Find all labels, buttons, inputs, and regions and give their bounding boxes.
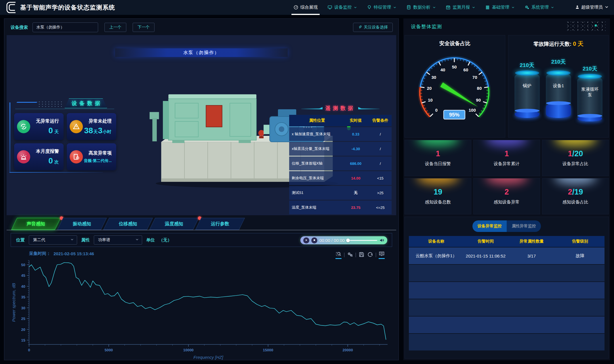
device-panel: 设备搜索 上一个 下一个 关注设备选择 水泵（勿操作）: [4, 18, 399, 360]
zoom-select-icon[interactable]: [335, 251, 342, 259]
svg-text:45: 45: [21, 273, 25, 278]
zoom-reset-icon[interactable]: [347, 251, 353, 259]
cylinder-days-value: 210天: [512, 62, 542, 69]
sensor-tab-label: 运行参数: [211, 221, 229, 227]
nav-item-3[interactable]: 特征管理: [362, 0, 401, 15]
stat-value: 19: [434, 188, 442, 197]
stop-button[interactable]: [311, 237, 317, 243]
sensor-tab-label: 位移感知: [119, 221, 137, 227]
svg-text:20: 20: [427, 86, 432, 91]
audio-player: 00:00 / 00:00: [300, 236, 387, 244]
device-stat-value: 0 次: [30, 156, 59, 165]
device-data-title: 设备数据: [65, 98, 107, 108]
alarm-header-cell: 告警时间: [464, 239, 508, 244]
telemetry-row: 温度_泵体末端23.75<=25: [289, 201, 392, 214]
unit-label: 单位: [146, 237, 155, 243]
device-search-input[interactable]: [33, 22, 98, 32]
cylinder-tube: 锅炉: [514, 73, 540, 118]
attribute-select[interactable]: 功率谱: [94, 235, 142, 245]
nav-item-1[interactable]: 综合展现: [289, 0, 323, 15]
position-select[interactable]: 第二代: [29, 235, 77, 245]
nav-item-7[interactable]: 系统管理: [520, 0, 559, 15]
restore-icon[interactable]: [367, 251, 373, 259]
previous-device-label: 上一个: [109, 25, 121, 30]
device-title-banner: 水泵（勿操作）: [115, 48, 288, 57]
device-cylinder-3: 210天浆液循环泵: [575, 52, 605, 121]
nav-item-label: 基础管理: [492, 5, 509, 10]
sensor-tab-4[interactable]: 温度感知: [149, 218, 199, 230]
chevron-down-icon: [393, 6, 396, 9]
sensor-tab-5[interactable]: 运行参数: [195, 218, 245, 230]
sensor-tab-label: 振动感知: [73, 221, 91, 227]
alarm-monitor-tab-2[interactable]: 属性异常监控: [507, 220, 541, 232]
device-stat-card: 无异常运行0 天: [14, 113, 64, 140]
stat-value-part: /19: [572, 188, 583, 196]
sensor-controls: 位置 第二代 属性 功率谱 单位 （无） 00:00: [11, 233, 392, 247]
nav-item-2[interactable]: 设备监控: [323, 0, 362, 15]
nav-item-4[interactable]: 数据分析: [401, 0, 441, 15]
telemetry-row: 位移_泵体首端X轴686.00/: [289, 157, 392, 170]
spectrum-chart[interactable]: 152025303540455005000100001500020000Powe…: [11, 256, 392, 362]
telemetry-property-name: 剩余电压_泵体末端: [289, 171, 342, 185]
sensor-section: 声音感知振动感知位移感知温度感知运行参数 位置 第二代 属性 功率谱 单位 （无…: [7, 218, 396, 362]
gauge-title: 安全设备占比: [405, 35, 505, 47]
stat-value-part: 2: [504, 188, 509, 196]
svg-text:Power spectrum, dB: Power spectrum, dB: [11, 283, 16, 322]
nav-item-label: 数据分析: [413, 5, 430, 10]
telemetry-alarm-condition: /: [369, 142, 392, 156]
overall-stat-card-2: 1设备异常累计: [473, 140, 540, 176]
player-seekbar[interactable]: [347, 240, 377, 241]
svg-text:0: 0: [28, 348, 30, 352]
play-button[interactable]: [303, 237, 309, 243]
stat-label: 设备异常累计: [494, 161, 520, 167]
chart-toolbox: [335, 251, 385, 259]
device-3d-viewer[interactable]: 水泵（勿操作）: [7, 35, 396, 215]
chevron-down-icon: [70, 238, 74, 242]
nav-item-label: 特征管理: [374, 5, 391, 10]
device-data-cards: 无异常运行0 天异常未处理38天3小时本月度报警0 次高发异常项音频-第二代传.…: [14, 113, 114, 170]
player-time: 00:00 / 00:00: [319, 238, 345, 243]
calendar-icon: [446, 5, 451, 10]
panel-frame-line-bottom: [9, 172, 103, 173]
overall-stat-card-3: 1/20设备异常占比: [542, 140, 609, 176]
stat-glow-decoration: [417, 140, 459, 146]
device-stat-body: 高发异常项音频-第二代传...: [83, 150, 113, 163]
save-image-icon[interactable]: [359, 251, 365, 259]
alarm-monitor-card: 设备异常监控属性异常监控 设备名称告警时间异常属性数量告警级别云酷水泵（勿操作1…: [405, 217, 609, 359]
svg-text:90: 90: [476, 98, 481, 102]
sensor-tab-3[interactable]: 位移感知: [103, 218, 153, 230]
focus-device-select-button[interactable]: 关注设备选择: [353, 23, 393, 32]
telemetry-alarm-condition: >25: [369, 186, 392, 200]
cylinder-liquid: [577, 116, 602, 121]
svg-text:Frequency [HZ]: Frequency [HZ]: [193, 355, 223, 360]
speaker-icon: [379, 238, 384, 243]
sensor-tab-2[interactable]: 振动感知: [57, 218, 107, 230]
player-seek-thumb[interactable]: [346, 239, 350, 242]
zero-fault-days-card: 零故障运行天数: 0 天 210天锅炉210天设备1210天浆液循环泵: [508, 35, 609, 138]
telemetry-panel: 遥测数据 属性位置实时值告警条件x 轴加速度值_泵体末端0.33/x轴直流分量_…: [289, 105, 392, 215]
stat-glow-decoration: [554, 140, 596, 146]
nav-item-5[interactable]: 监测月报: [441, 0, 480, 15]
toolbox-separator: [376, 253, 376, 257]
user-menu[interactable]: 超级管理员: [575, 5, 609, 10]
volume-button[interactable]: [379, 238, 384, 243]
data-view-icon[interactable]: [379, 251, 385, 259]
svg-text:70: 70: [472, 75, 477, 80]
device-stat-value-part: 天: [93, 129, 98, 134]
alarm-monitor-tab-1[interactable]: 设备异常监控: [472, 220, 507, 232]
sensor-tab-1[interactable]: 声音感知: [11, 218, 61, 230]
device-stat-value-part: 小时: [103, 129, 111, 134]
nav-item-6[interactable]: 基础管理: [480, 0, 520, 15]
next-device-button[interactable]: 下一个: [133, 23, 155, 32]
stat-value-part: 1: [568, 149, 572, 158]
cylinder-device-name: 设备1: [546, 83, 571, 89]
svg-text:5000: 5000: [104, 348, 113, 352]
alarm-table-row[interactable]: 云酷水泵（勿操作1）2021-01-15 11:06:523/17故障: [409, 247, 605, 264]
telemetry-value: 0.33: [342, 127, 369, 141]
chevron-down-icon: [551, 6, 554, 9]
alarm-icon: [17, 150, 30, 163]
device-stat-value-part: 音频-第二代传...: [84, 159, 112, 163]
stat-value: 2/19: [568, 188, 583, 197]
device-stat-card: 高发异常项音频-第二代传...: [67, 143, 116, 170]
previous-device-button[interactable]: 上一个: [104, 23, 126, 32]
